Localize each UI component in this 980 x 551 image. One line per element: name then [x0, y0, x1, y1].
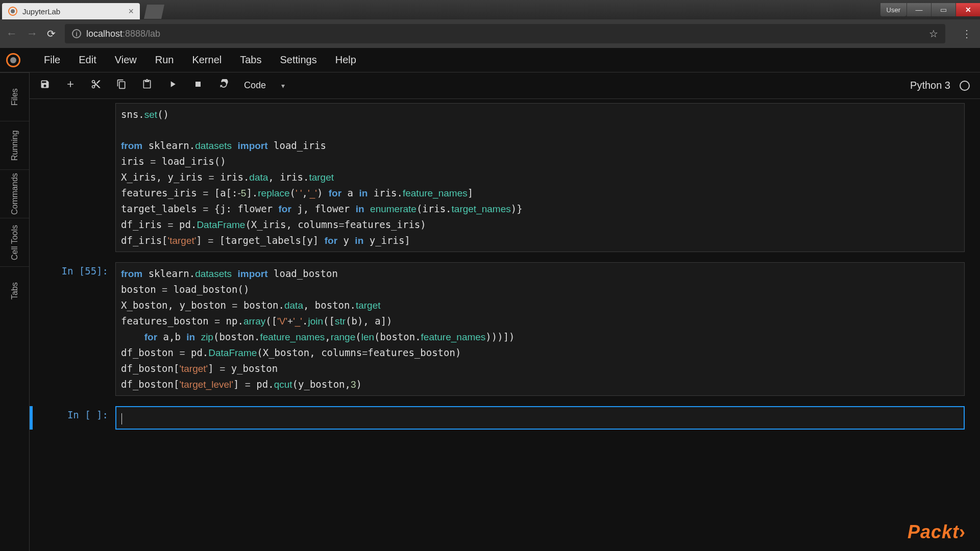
code-cell[interactable]: In [55]:from sklearn.datasets import loa… [40, 262, 965, 396]
jupyter-menubar: File Edit View Run Kernel Tabs Settings … [0, 48, 980, 72]
menu-help[interactable]: Help [326, 54, 365, 66]
left-sidebar: Files Running Commands Cell Tools Tabs [0, 72, 30, 551]
celltype-select[interactable]: Code ▾ [244, 80, 285, 91]
run-icon[interactable] [167, 79, 178, 92]
menu-tabs[interactable]: Tabs [231, 54, 271, 66]
close-window-button[interactable]: ✕ [955, 3, 980, 16]
celltype-value: Code [244, 80, 266, 91]
jupyter-favicon-icon [8, 7, 17, 16]
cell-input[interactable]: from sklearn.datasets import load_boston… [115, 262, 965, 396]
kernel-name[interactable]: Python 3 [910, 80, 950, 91]
cut-icon[interactable] [91, 79, 101, 92]
cell-input[interactable]: sns.set() from sklearn.datasets import l… [115, 103, 965, 252]
save-icon[interactable] [40, 79, 50, 92]
browser-menu-icon[interactable]: ⋮ [962, 28, 972, 40]
tab-title: JupyterLab [22, 7, 128, 16]
sidebar-celltools[interactable]: Cell Tools [0, 218, 29, 266]
user-badge[interactable]: User [880, 3, 906, 16]
menu-settings[interactable]: Settings [271, 54, 326, 66]
url-host: localhost [86, 29, 122, 39]
sidebar-running[interactable]: Running [0, 121, 29, 169]
kernel-info: Python 3 [910, 80, 970, 91]
menu-run[interactable]: Run [146, 54, 183, 66]
minimize-button[interactable]: — [906, 3, 931, 16]
menu-edit[interactable]: Edit [69, 54, 105, 66]
notebook-toolbar: Code ▾ Python 3 [30, 72, 980, 99]
code-cell[interactable]: sns.set() from sklearn.datasets import l… [40, 103, 965, 252]
url-path: :8888/lab [122, 29, 160, 39]
window-titlebar: JupyterLab × User — ▭ ✕ [0, 0, 980, 19]
sidebar-commands[interactable]: Commands [0, 169, 29, 218]
cell-input[interactable] [115, 406, 965, 430]
window-controls: User — ▭ ✕ [880, 3, 980, 16]
maximize-button[interactable]: ▭ [931, 3, 955, 16]
chevron-down-icon: ▾ [281, 82, 285, 90]
add-cell-icon[interactable] [65, 79, 76, 92]
paste-icon[interactable] [142, 79, 152, 92]
bookmark-icon[interactable]: ☆ [929, 28, 938, 40]
menu-view[interactable]: View [106, 54, 146, 66]
packt-watermark: Packt› [908, 521, 966, 543]
cell-prompt: In [ ]: [40, 406, 115, 430]
code-cell[interactable]: In [ ]: [40, 406, 965, 430]
stop-icon[interactable] [193, 79, 203, 92]
notebook-panel: Code ▾ Python 3 sns.set() from sklearn.d… [30, 72, 980, 551]
menu-kernel[interactable]: Kernel [183, 54, 231, 66]
cell-prompt: In [55]: [40, 262, 115, 396]
kernel-status-icon[interactable] [960, 81, 970, 91]
menu-file[interactable]: File [35, 54, 69, 66]
jupyter-logo-icon[interactable] [6, 53, 20, 67]
browser-tab[interactable]: JupyterLab × [2, 3, 140, 19]
restart-icon[interactable] [218, 79, 229, 92]
site-info-icon[interactable]: i [72, 29, 81, 38]
reload-button[interactable]: ⟳ [47, 28, 56, 40]
tab-strip: JupyterLab × [0, 0, 164, 19]
url-bar: ← → ⟳ i localhost:8888/lab ☆ ⋮ [0, 19, 980, 48]
sidebar-files[interactable]: Files [0, 72, 29, 121]
cell-prompt [40, 103, 115, 252]
back-button[interactable]: ← [6, 27, 17, 40]
address-bar[interactable]: i localhost:8888/lab ☆ [65, 24, 945, 43]
new-tab-button[interactable] [144, 5, 164, 19]
sidebar-tabs[interactable]: Tabs [0, 266, 29, 315]
forward-button[interactable]: → [27, 27, 38, 40]
close-tab-icon[interactable]: × [128, 6, 134, 17]
main-area: Files Running Commands Cell Tools Tabs C… [0, 72, 980, 551]
copy-icon[interactable] [116, 79, 127, 92]
notebook-cells[interactable]: sns.set() from sklearn.datasets import l… [30, 99, 980, 551]
